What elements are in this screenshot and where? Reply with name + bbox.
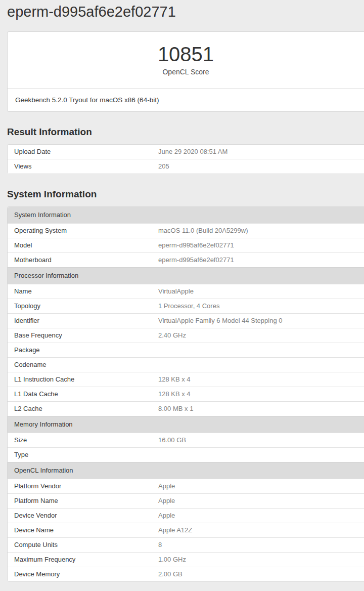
table-row: Platform NameApple [8, 493, 364, 508]
row-label: Compute Units [8, 538, 158, 552]
row-label: Operating System [8, 224, 158, 238]
row-label: Upload Date [8, 145, 158, 159]
table-row: L1 Instruction Cache128 KB x 4 [8, 372, 364, 387]
row-label: L1 Instruction Cache [8, 372, 158, 387]
row-value: 128 KB x 4 [158, 372, 364, 387]
row-value: 2.00 GB [158, 567, 364, 581]
benchmark-version-text: Geekbench 5.2.0 Tryout for macOS x86 (64… [8, 89, 364, 111]
row-value: 128 KB x 4 [158, 387, 364, 401]
table-row: Base Frequency2.40 GHz [8, 328, 364, 343]
row-label: Base Frequency [8, 328, 158, 343]
row-value: VirtualApple Family 6 Model 44 Stepping … [158, 314, 364, 328]
table-row: L2 Cache8.00 MB x 1 [8, 401, 364, 416]
row-value: 1.00 GHz [158, 553, 364, 567]
result-information-heading: Result Information [7, 126, 364, 138]
row-label: Identifier [8, 314, 158, 328]
table-row: Device NameApple A12Z [8, 523, 364, 537]
table-group-header: Memory Information [8, 416, 364, 433]
row-label: Device Name [8, 523, 158, 537]
table-row: NameVirtualApple [8, 284, 364, 299]
row-value: June 29 2020 08:51 AM [158, 145, 364, 159]
table-row: Maximum Frequency1.00 GHz [8, 552, 364, 567]
row-label: Model [8, 238, 158, 252]
row-label: Platform Vendor [8, 479, 158, 493]
row-label: L2 Cache [8, 402, 158, 416]
table-row: IdentifierVirtualApple Family 6 Model 44… [8, 313, 364, 328]
page: eperm-d995af6e2ef02771 10851 OpenCL Scor… [0, 0, 364, 582]
result-info-table: Upload DateJune 29 2020 08:51 AMViews205 [7, 144, 364, 174]
table-row: Type [8, 447, 364, 462]
table-row: Device Memory2.00 GB [8, 567, 364, 581]
row-label: Views [8, 159, 158, 174]
row-value: 8.00 MB x 1 [158, 402, 364, 416]
table-row: Codename [8, 357, 364, 372]
row-label: L1 Data Cache [8, 387, 158, 401]
page-title: eperm-d995af6e2ef02771 [7, 3, 364, 20]
table-row: Package [8, 343, 364, 357]
table-row: Device VendorApple [8, 508, 364, 523]
table-row: Operating SystemmacOS 11.0 (Build 20A529… [8, 223, 364, 238]
row-value: 16.00 GB [158, 433, 364, 447]
row-value: Apple [158, 479, 364, 493]
row-label: Package [8, 343, 158, 357]
table-row: Compute Units8 [8, 537, 364, 552]
score-block: 10851 OpenCL Score [8, 32, 364, 89]
row-value: Apple [158, 509, 364, 523]
row-label: Device Memory [8, 567, 158, 581]
row-label: Maximum Frequency [8, 553, 158, 567]
row-value: VirtualApple [158, 284, 364, 299]
row-value: 205 [158, 159, 364, 174]
table-group-header: Processor Information [8, 267, 364, 284]
row-value [158, 358, 364, 372]
row-value [158, 343, 364, 357]
row-label: Codename [8, 358, 158, 372]
table-row: Modeleperm-d995af6e2ef02771 [8, 238, 364, 252]
table-row: Platform VendorApple [8, 479, 364, 493]
opencl-score-value: 10851 [8, 43, 364, 65]
row-label: Size [8, 433, 158, 447]
row-value: macOS 11.0 (Build 20A5299w) [158, 224, 364, 238]
row-value: Apple A12Z [158, 523, 364, 537]
table-group-header: System Information [8, 207, 364, 223]
table-row: L1 Data Cache128 KB x 4 [8, 387, 364, 401]
row-value [158, 448, 364, 462]
row-value: 8 [158, 538, 364, 552]
table-row: Size16.00 GB [8, 433, 364, 447]
row-value: Apple [158, 494, 364, 508]
table-row: Upload DateJune 29 2020 08:51 AM [8, 145, 364, 159]
system-information-heading: System Information [7, 188, 364, 200]
row-value: eperm-d995af6e2ef02771 [158, 253, 364, 267]
row-value: eperm-d995af6e2ef02771 [158, 238, 364, 252]
score-card: 10851 OpenCL Score Geekbench 5.2.0 Tryou… [7, 31, 364, 112]
row-label: Topology [8, 299, 158, 313]
row-value: 2.40 GHz [158, 328, 364, 343]
table-group-header: OpenCL Information [8, 462, 364, 479]
row-value: 1 Processor, 4 Cores [158, 299, 364, 313]
row-label: Type [8, 448, 158, 462]
row-label: Device Vendor [8, 509, 158, 523]
table-row: Motherboardeperm-d995af6e2ef02771 [8, 252, 364, 267]
row-label: Motherboard [8, 253, 158, 267]
row-label: Platform Name [8, 494, 158, 508]
opencl-score-label: OpenCL Score [8, 68, 364, 76]
row-label: Name [8, 284, 158, 299]
table-row: Topology1 Processor, 4 Cores [8, 299, 364, 313]
system-info-table: System InformationOperating SystemmacOS … [7, 206, 364, 582]
table-row: Views205 [8, 159, 364, 174]
